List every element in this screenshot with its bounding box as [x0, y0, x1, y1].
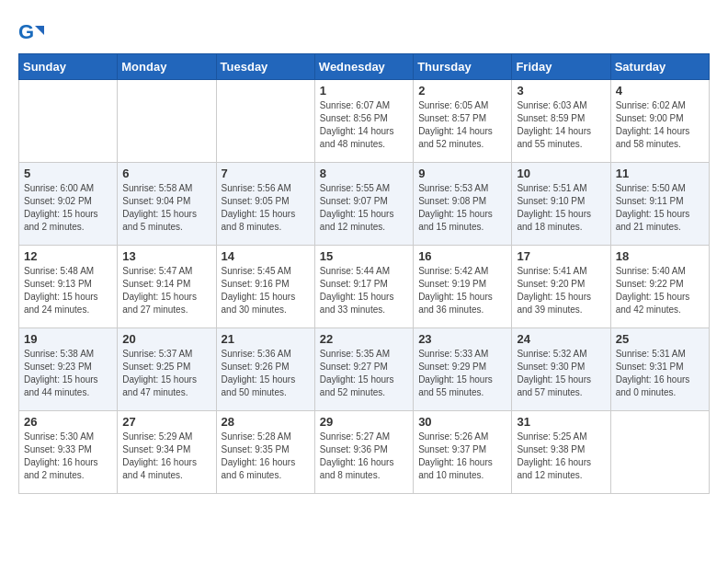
- day-info: Sunrise: 5:29 AM Sunset: 9:34 PM Dayligh…: [122, 431, 210, 482]
- day-number: 25: [616, 332, 704, 346]
- day-number: 16: [418, 249, 506, 263]
- day-number: 15: [320, 249, 408, 263]
- day-number: 2: [418, 84, 506, 98]
- day-info: Sunrise: 5:40 AM Sunset: 9:22 PM Dayligh…: [616, 265, 704, 316]
- logo: G: [18, 18, 48, 44]
- calendar-body: 1Sunrise: 6:07 AM Sunset: 8:56 PM Daylig…: [19, 80, 710, 494]
- day-number: 7: [222, 167, 310, 180]
- day-cell: 11Sunrise: 5:50 AM Sunset: 9:11 PM Dayli…: [610, 163, 709, 246]
- day-number: 10: [517, 167, 605, 180]
- day-number: 1: [320, 84, 408, 98]
- day-info: Sunrise: 5:37 AM Sunset: 9:25 PM Dayligh…: [122, 348, 210, 399]
- day-number: 31: [517, 415, 605, 429]
- day-number: 30: [418, 415, 506, 429]
- day-cell: 6Sunrise: 5:58 AM Sunset: 9:04 PM Daylig…: [118, 163, 216, 246]
- day-cell: [19, 80, 118, 163]
- calendar-table: SundayMondayTuesdayWednesdayThursdayFrid…: [18, 53, 710, 494]
- day-number: 24: [517, 332, 605, 346]
- day-info: Sunrise: 5:53 AM Sunset: 9:08 PM Dayligh…: [418, 182, 506, 234]
- header-cell-friday: Friday: [512, 54, 610, 80]
- day-info: Sunrise: 5:27 AM Sunset: 9:36 PM Dayligh…: [320, 431, 408, 482]
- day-cell: 5Sunrise: 6:00 AM Sunset: 9:02 PM Daylig…: [19, 163, 118, 246]
- day-info: Sunrise: 5:41 AM Sunset: 9:20 PM Dayligh…: [517, 265, 605, 316]
- day-info: Sunrise: 5:56 AM Sunset: 9:05 PM Dayligh…: [222, 182, 310, 234]
- day-number: 28: [222, 415, 310, 429]
- day-info: Sunrise: 5:35 AM Sunset: 9:27 PM Dayligh…: [320, 348, 408, 399]
- day-cell: 18Sunrise: 5:40 AM Sunset: 9:22 PM Dayli…: [610, 246, 709, 328]
- day-info: Sunrise: 6:02 AM Sunset: 9:00 PM Dayligh…: [616, 99, 704, 151]
- day-number: 13: [122, 249, 210, 263]
- day-cell: 24Sunrise: 5:32 AM Sunset: 9:30 PM Dayli…: [512, 328, 610, 411]
- day-cell: 13Sunrise: 5:47 AM Sunset: 9:14 PM Dayli…: [118, 246, 216, 328]
- day-cell: 16Sunrise: 5:42 AM Sunset: 9:19 PM Dayli…: [414, 246, 512, 328]
- day-info: Sunrise: 5:36 AM Sunset: 9:26 PM Dayligh…: [222, 348, 310, 399]
- week-row-1: 5Sunrise: 6:00 AM Sunset: 9:02 PM Daylig…: [19, 163, 710, 246]
- header-row: SundayMondayTuesdayWednesdayThursdayFrid…: [19, 54, 710, 80]
- day-cell: [118, 80, 216, 163]
- day-info: Sunrise: 5:33 AM Sunset: 9:29 PM Dayligh…: [418, 348, 506, 399]
- day-info: Sunrise: 5:51 AM Sunset: 9:10 PM Dayligh…: [517, 182, 605, 234]
- day-info: Sunrise: 5:44 AM Sunset: 9:17 PM Dayligh…: [320, 265, 408, 316]
- day-info: Sunrise: 5:50 AM Sunset: 9:11 PM Dayligh…: [616, 182, 704, 234]
- week-row-0: 1Sunrise: 6:07 AM Sunset: 8:56 PM Daylig…: [19, 80, 710, 163]
- day-number: 20: [122, 332, 210, 346]
- header-cell-monday: Monday: [118, 54, 216, 80]
- day-cell: 12Sunrise: 5:48 AM Sunset: 9:13 PM Dayli…: [19, 246, 118, 328]
- week-row-4: 26Sunrise: 5:30 AM Sunset: 9:33 PM Dayli…: [19, 411, 710, 494]
- svg-marker-1: [35, 26, 44, 35]
- day-cell: 2Sunrise: 6:05 AM Sunset: 8:57 PM Daylig…: [414, 80, 512, 163]
- day-number: 12: [24, 249, 112, 263]
- day-cell: 17Sunrise: 5:41 AM Sunset: 9:20 PM Dayli…: [512, 246, 610, 328]
- day-number: 21: [222, 332, 310, 346]
- day-info: Sunrise: 5:31 AM Sunset: 9:31 PM Dayligh…: [616, 348, 704, 399]
- calendar-header: SundayMondayTuesdayWednesdayThursdayFrid…: [19, 54, 710, 80]
- day-number: 27: [122, 415, 210, 429]
- week-row-2: 12Sunrise: 5:48 AM Sunset: 9:13 PM Dayli…: [19, 246, 710, 328]
- day-cell: 29Sunrise: 5:27 AM Sunset: 9:36 PM Dayli…: [314, 411, 413, 494]
- day-number: 8: [320, 167, 408, 180]
- day-cell: 19Sunrise: 5:38 AM Sunset: 9:23 PM Dayli…: [19, 328, 118, 411]
- logo-icon: G: [18, 18, 44, 44]
- day-cell: 22Sunrise: 5:35 AM Sunset: 9:27 PM Dayli…: [314, 328, 413, 411]
- day-cell: 1Sunrise: 6:07 AM Sunset: 8:56 PM Daylig…: [314, 80, 413, 163]
- day-cell: [610, 411, 709, 494]
- day-cell: 27Sunrise: 5:29 AM Sunset: 9:34 PM Dayli…: [118, 411, 216, 494]
- day-number: 14: [222, 249, 310, 263]
- day-cell: 10Sunrise: 5:51 AM Sunset: 9:10 PM Dayli…: [512, 163, 610, 246]
- day-info: Sunrise: 6:03 AM Sunset: 8:59 PM Dayligh…: [517, 99, 605, 151]
- day-info: Sunrise: 5:47 AM Sunset: 9:14 PM Dayligh…: [122, 265, 210, 316]
- day-info: Sunrise: 5:58 AM Sunset: 9:04 PM Dayligh…: [122, 182, 210, 234]
- day-number: 19: [24, 332, 112, 346]
- day-info: Sunrise: 5:55 AM Sunset: 9:07 PM Dayligh…: [320, 182, 408, 234]
- day-cell: 8Sunrise: 5:55 AM Sunset: 9:07 PM Daylig…: [314, 163, 413, 246]
- day-info: Sunrise: 5:48 AM Sunset: 9:13 PM Dayligh…: [24, 265, 112, 316]
- header-cell-sunday: Sunday: [19, 54, 118, 80]
- day-number: 29: [320, 415, 408, 429]
- day-info: Sunrise: 5:28 AM Sunset: 9:35 PM Dayligh…: [222, 431, 310, 482]
- header-cell-tuesday: Tuesday: [216, 54, 314, 80]
- day-cell: 15Sunrise: 5:44 AM Sunset: 9:17 PM Dayli…: [314, 246, 413, 328]
- day-number: 17: [517, 249, 605, 263]
- day-cell: 20Sunrise: 5:37 AM Sunset: 9:25 PM Dayli…: [118, 328, 216, 411]
- day-number: 6: [122, 167, 210, 180]
- day-info: Sunrise: 5:25 AM Sunset: 9:38 PM Dayligh…: [517, 431, 605, 482]
- day-info: Sunrise: 5:45 AM Sunset: 9:16 PM Dayligh…: [222, 265, 310, 316]
- svg-text:G: G: [18, 20, 34, 43]
- day-info: Sunrise: 5:26 AM Sunset: 9:37 PM Dayligh…: [418, 431, 506, 482]
- day-info: Sunrise: 5:32 AM Sunset: 9:30 PM Dayligh…: [517, 348, 605, 399]
- day-cell: 23Sunrise: 5:33 AM Sunset: 9:29 PM Dayli…: [414, 328, 512, 411]
- day-cell: 4Sunrise: 6:02 AM Sunset: 9:00 PM Daylig…: [610, 80, 709, 163]
- day-number: 9: [418, 167, 506, 180]
- day-cell: 7Sunrise: 5:56 AM Sunset: 9:05 PM Daylig…: [216, 163, 314, 246]
- day-number: 18: [616, 249, 704, 263]
- header-cell-wednesday: Wednesday: [314, 54, 413, 80]
- day-cell: 30Sunrise: 5:26 AM Sunset: 9:37 PM Dayli…: [414, 411, 512, 494]
- day-cell: 9Sunrise: 5:53 AM Sunset: 9:08 PM Daylig…: [414, 163, 512, 246]
- header-cell-thursday: Thursday: [414, 54, 512, 80]
- day-number: 3: [517, 84, 605, 98]
- day-info: Sunrise: 5:42 AM Sunset: 9:19 PM Dayligh…: [418, 265, 506, 316]
- page-header: G: [18, 18, 710, 44]
- day-cell: 25Sunrise: 5:31 AM Sunset: 9:31 PM Dayli…: [610, 328, 709, 411]
- header-cell-saturday: Saturday: [610, 54, 709, 80]
- day-number: 23: [418, 332, 506, 346]
